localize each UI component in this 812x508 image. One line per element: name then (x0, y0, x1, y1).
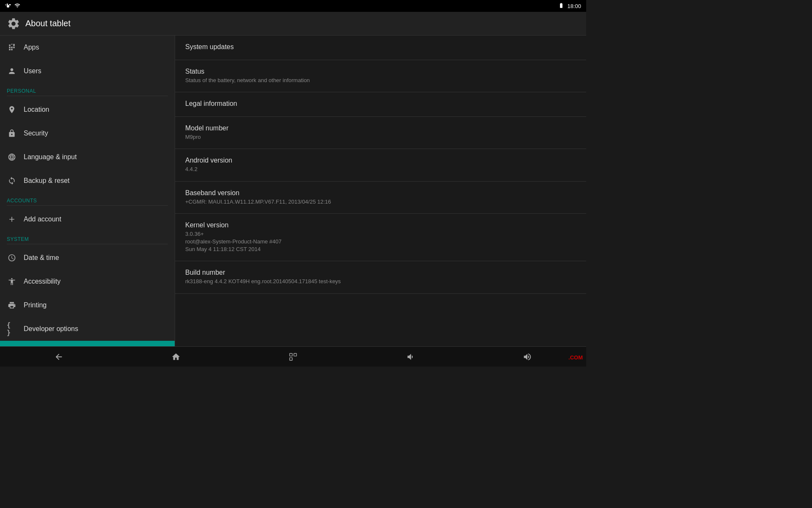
clock-icon (7, 253, 17, 263)
signal-icon (14, 3, 20, 10)
baseband-title: Baseband version (185, 189, 576, 197)
sidebar-item-security[interactable]: Security (0, 121, 175, 145)
recents-button[interactable] (278, 349, 308, 365)
kernel-title: Kernel version (185, 221, 576, 229)
build-subtitle: rk3188-eng 4.4.2 KOT49H eng.root.2014050… (185, 278, 576, 285)
sidebar-label-security: Security (24, 130, 48, 137)
kernel-subtitle: 3.0.36+ root@alex-System-Product-Name #4… (185, 230, 576, 254)
content-item-system-updates[interactable]: System updates (175, 36, 586, 60)
accessibility-icon (7, 276, 17, 287)
sidebar-label-printing: Printing (24, 301, 47, 309)
content-panel: System updates Status Status of the batt… (175, 36, 586, 346)
security-icon (7, 128, 17, 138)
sidebar-item-date-time[interactable]: Date & time (0, 246, 175, 270)
volume-down-button[interactable] (395, 349, 425, 365)
content-item-baseband[interactable]: Baseband version +CGMR: MAUI.11A.W11.12.… (175, 182, 586, 214)
sidebar-label-developer: Developer options (24, 325, 78, 333)
time-display: 18:00 (567, 3, 581, 9)
volume-up-button[interactable] (513, 349, 542, 365)
nav-bar: .COM (0, 346, 586, 367)
sidebar-item-language[interactable]: Language & input (0, 145, 175, 169)
svg-rect-2 (290, 357, 292, 360)
header: About tablet (0, 12, 586, 36)
sidebar-label-date-time: Date & time (24, 254, 59, 262)
status-bar-right: 18:00 (558, 3, 581, 10)
language-icon (7, 152, 17, 162)
main-layout: Apps Users PERSONAL Location Security (0, 36, 586, 346)
sidebar-label-language: Language & input (24, 153, 77, 161)
sidebar-label-accessibility: Accessibility (24, 278, 60, 285)
sidebar-label-users: Users (24, 67, 41, 75)
svg-rect-1 (294, 353, 296, 356)
content-item-model[interactable]: Model number M9pro (175, 117, 586, 149)
section-system: SYSTEM (0, 231, 175, 244)
developer-icon: { } (7, 324, 17, 334)
branding: .COM (568, 354, 583, 361)
backup-icon (7, 176, 17, 186)
location-icon (7, 105, 17, 115)
sidebar: Apps Users PERSONAL Location Security (0, 36, 175, 346)
content-item-status[interactable]: Status Status of the battery, network an… (175, 60, 586, 92)
status-title: Status (185, 68, 576, 75)
settings-icon (7, 17, 20, 30)
content-item-legal[interactable]: Legal information (175, 92, 586, 117)
android-subtitle: 4.4.2 (185, 166, 576, 173)
sidebar-item-users[interactable]: Users (0, 59, 175, 83)
baseband-subtitle: +CGMR: MAUI.11A.W11.12.MP.V67.F11, 2013/… (185, 198, 576, 206)
section-accounts: ACCOUNTS (0, 193, 175, 205)
sidebar-item-add-account[interactable]: Add account (0, 207, 175, 231)
section-personal: PERSONAL (0, 83, 175, 96)
sidebar-item-developer[interactable]: { } Developer options (0, 317, 175, 341)
svg-rect-0 (290, 353, 292, 356)
sidebar-label-apps: Apps (24, 44, 39, 51)
sidebar-item-accessibility[interactable]: Accessibility (0, 270, 175, 293)
status-bar: 18:00 (0, 0, 586, 12)
system-updates-title: System updates (185, 43, 576, 51)
divider-accounts (7, 205, 168, 206)
status-bar-left (5, 3, 20, 10)
sidebar-item-printing[interactable]: Printing (0, 293, 175, 317)
back-button[interactable] (44, 349, 74, 365)
sidebar-item-apps[interactable]: Apps (0, 36, 175, 59)
header-title: About tablet (25, 19, 71, 28)
android-title: Android version (185, 157, 576, 164)
sidebar-label-location: Location (24, 106, 49, 113)
sidebar-item-backup[interactable]: Backup & reset (0, 169, 175, 193)
model-subtitle: M9pro (185, 133, 576, 141)
legal-title: Legal information (185, 100, 576, 108)
sidebar-label-backup: Backup & reset (24, 177, 70, 185)
sidebar-item-location[interactable]: Location (0, 98, 175, 121)
content-item-kernel[interactable]: Kernel version 3.0.36+ root@alex-System-… (175, 214, 586, 262)
model-title: Model number (185, 124, 576, 132)
divider-system (7, 244, 168, 244)
sidebar-item-about[interactable]: About tablet (0, 341, 175, 346)
content-item-android[interactable]: Android version 4.4.2 (175, 149, 586, 181)
print-icon (7, 300, 17, 310)
status-subtitle: Status of the battery, network and other… (185, 77, 576, 84)
apps-icon (7, 42, 17, 52)
content-item-build[interactable]: Build number rk3188-eng 4.4.2 KOT49H eng… (175, 261, 586, 293)
users-icon (7, 66, 17, 76)
battery-icon (558, 3, 565, 10)
add-icon (7, 214, 17, 224)
divider-personal (7, 96, 168, 96)
sidebar-label-add-account: Add account (24, 215, 61, 223)
home-button[interactable] (161, 349, 191, 365)
build-title: Build number (185, 269, 576, 276)
usb-icon (5, 3, 11, 10)
